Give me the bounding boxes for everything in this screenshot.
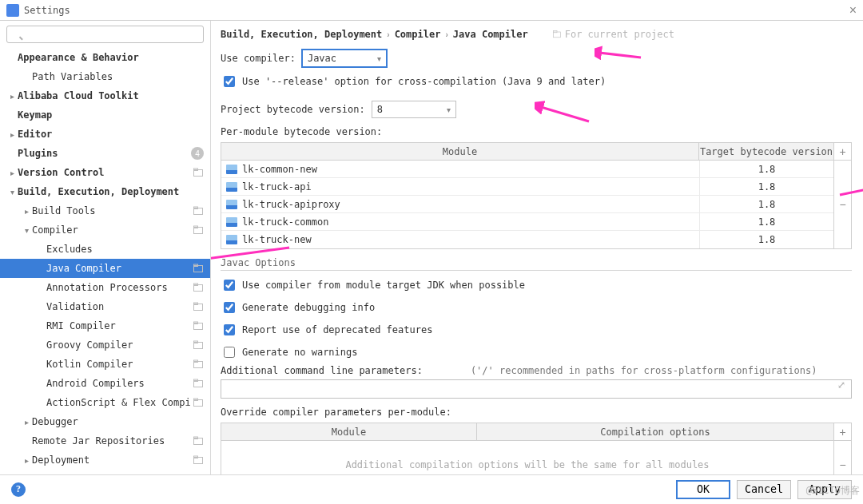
version-cell[interactable]: 1.8 xyxy=(699,161,833,177)
sidebar-item-excludes[interactable]: Excludes xyxy=(0,240,210,259)
sidebar-item-rmi-compiler[interactable]: RMI Compiler xyxy=(0,316,210,335)
sidebar-item-label: Excludes xyxy=(46,244,93,255)
module-name: lk-truck-new xyxy=(242,234,312,245)
version-cell[interactable]: 1.8 xyxy=(699,213,833,230)
sidebar-item-annotation-processors[interactable]: Annotation Processors xyxy=(0,278,210,297)
table-row[interactable]: lk-truck-apiproxy1.8 xyxy=(221,196,833,213)
params-input[interactable] xyxy=(221,379,852,399)
project-scope-icon xyxy=(193,205,204,216)
sidebar-item-android-compilers[interactable]: Android Compilers xyxy=(0,374,210,393)
expand-icon[interactable]: ⤢ xyxy=(837,379,849,391)
sidebar-item-label: RMI Compiler xyxy=(46,320,116,331)
sidebar-item-validation[interactable]: Validation xyxy=(0,297,210,316)
watermark: @51CTO博客 xyxy=(806,484,860,498)
help-icon[interactable]: ? xyxy=(11,482,26,497)
sidebar-item-label: Android Compilers xyxy=(46,378,145,389)
table-row[interactable]: lk-truck-new1.8 xyxy=(221,231,833,248)
chevron-down-icon: ▾ xyxy=(6,188,18,196)
sidebar-item-kotlin-compiler[interactable]: Kotlin Compiler xyxy=(0,355,210,374)
opt-debug-label: Generate debugging info xyxy=(242,302,375,313)
params-hint: ('/' recommended in paths for cross-plat… xyxy=(471,365,817,376)
project-scope-icon xyxy=(193,378,204,389)
sidebar-item-label: Arquillian Containers xyxy=(32,474,153,474)
search-input[interactable] xyxy=(6,26,204,43)
breadcrumb-part: Build, Execution, Deployment xyxy=(221,29,382,40)
project-scope-icon xyxy=(193,474,204,474)
add-override-button[interactable]: + xyxy=(834,423,851,441)
sidebar-item-plugins[interactable]: Plugins4 xyxy=(0,144,210,163)
sidebar-item-version-control[interactable]: ▸Version Control xyxy=(0,163,210,182)
project-scope-icon xyxy=(193,454,204,466)
settings-sidebar: Appearance & BehaviorPath Variables▸Alib… xyxy=(0,21,211,474)
version-cell[interactable]: 1.8 xyxy=(699,196,833,212)
settings-content: Build, Execution, Deployment › Compiler … xyxy=(211,21,863,474)
breadcrumb-part: Java Compiler xyxy=(453,29,528,40)
sidebar-item-path-variables[interactable]: Path Variables xyxy=(0,67,210,86)
remove-override-button[interactable]: − xyxy=(834,441,851,474)
opt-module-jdk-label: Use compiler from module target JDK when… xyxy=(242,280,525,291)
release-option-label: Use '--release' option for cross-compila… xyxy=(242,76,606,87)
opt-module-jdk-checkbox[interactable] xyxy=(224,280,235,291)
ok-button[interactable]: OK xyxy=(676,480,730,499)
sidebar-item-appearance-behavior[interactable]: Appearance & Behavior xyxy=(0,48,210,67)
add-module-button[interactable]: + xyxy=(834,143,851,161)
version-cell[interactable]: 1.8 xyxy=(699,231,833,248)
sidebar-item-label: Path Variables xyxy=(32,71,113,82)
table-row[interactable]: lk-common-new1.8 xyxy=(221,161,833,178)
breadcrumb-part: Compiler xyxy=(395,29,441,40)
override-label: Override compiler parameters per-module: xyxy=(221,407,852,418)
sidebar-item-actionscript-flex-compi[interactable]: ActionScript & Flex Compi xyxy=(0,393,210,412)
table-header-module: Module xyxy=(221,143,699,160)
folder-icon xyxy=(226,182,237,192)
sidebar-item-groovy-compiler[interactable]: Groovy Compiler xyxy=(0,335,210,355)
module-bytecode-table: Module Target bytecode version lk-common… xyxy=(221,142,852,249)
opt-deprecated-checkbox[interactable] xyxy=(224,324,235,335)
chevron-right-icon: › xyxy=(445,30,447,39)
sidebar-item-debugger[interactable]: ▸Debugger xyxy=(0,412,210,431)
sidebar-item-compiler[interactable]: ▾Compiler xyxy=(0,220,210,240)
sidebar-item-build-tools[interactable]: ▸Build Tools xyxy=(0,201,210,220)
use-compiler-value: Javac xyxy=(308,53,336,64)
sidebar-item-label: Editor xyxy=(18,129,52,140)
use-compiler-select[interactable]: Javac ▾ xyxy=(302,50,387,67)
sidebar-item-label: Debugger xyxy=(32,416,78,427)
sidebar-item-label: Build Tools xyxy=(32,205,95,216)
table-header-version: Target bytecode version xyxy=(699,143,833,160)
chevron-right-icon: › xyxy=(387,30,389,39)
release-option-checkbox[interactable] xyxy=(224,76,235,87)
table-row[interactable]: lk-truck-api1.8 xyxy=(221,178,833,196)
sidebar-item-label: Groovy Compiler xyxy=(46,339,133,351)
sidebar-item-label: Version Control xyxy=(18,167,104,178)
opt-deprecated-label: Report use of deprecated features xyxy=(242,324,432,335)
sidebar-item-label: Annotation Processors xyxy=(46,282,168,293)
sidebar-item-label: Validation xyxy=(46,301,104,312)
close-icon[interactable]: × xyxy=(849,3,857,18)
sidebar-item-editor[interactable]: ▸Editor xyxy=(0,125,210,144)
sidebar-item-java-compiler[interactable]: Java Compiler xyxy=(0,259,210,278)
sidebar-item-deployment[interactable]: ▸Deployment xyxy=(0,450,210,470)
sidebar-item-remote-jar-repositories[interactable]: Remote Jar Repositories xyxy=(0,431,210,450)
table-row[interactable]: lk-truck-common1.8 xyxy=(221,213,833,231)
remove-module-button[interactable]: − xyxy=(834,161,851,248)
version-cell[interactable]: 1.8 xyxy=(699,178,833,195)
sidebar-item-label: Java Compiler xyxy=(46,263,121,274)
sidebar-item-label: ActionScript & Flex Compi xyxy=(46,397,191,408)
folder-icon xyxy=(226,165,237,174)
sidebar-item-label: Kotlin Compiler xyxy=(46,359,133,370)
sidebar-item-arquillian-containers[interactable]: Arquillian Containers xyxy=(0,470,210,474)
sidebar-item-keymap[interactable]: Keymap xyxy=(0,105,210,125)
bytecode-version-value: 8 xyxy=(377,104,383,115)
cancel-button[interactable]: Cancel xyxy=(737,480,791,499)
opt-no-warn-checkbox[interactable] xyxy=(224,347,235,358)
for-project-label: For current project xyxy=(565,29,674,40)
sidebar-item-label: Compiler xyxy=(32,224,78,236)
folder-icon xyxy=(226,235,237,244)
sidebar-item-build-execution-deployment[interactable]: ▾Build, Execution, Deployment xyxy=(0,182,210,201)
module-name: lk-truck-api xyxy=(242,181,312,192)
sidebar-item-alibaba-cloud-toolkit[interactable]: ▸Alibaba Cloud Toolkit xyxy=(0,86,210,105)
opt-debug-checkbox[interactable] xyxy=(224,302,235,313)
override-header-module: Module xyxy=(221,423,477,440)
module-name: lk-common-new xyxy=(242,164,317,175)
project-scope-icon xyxy=(193,359,204,370)
bytecode-version-select[interactable]: 8 ▾ xyxy=(372,101,456,118)
